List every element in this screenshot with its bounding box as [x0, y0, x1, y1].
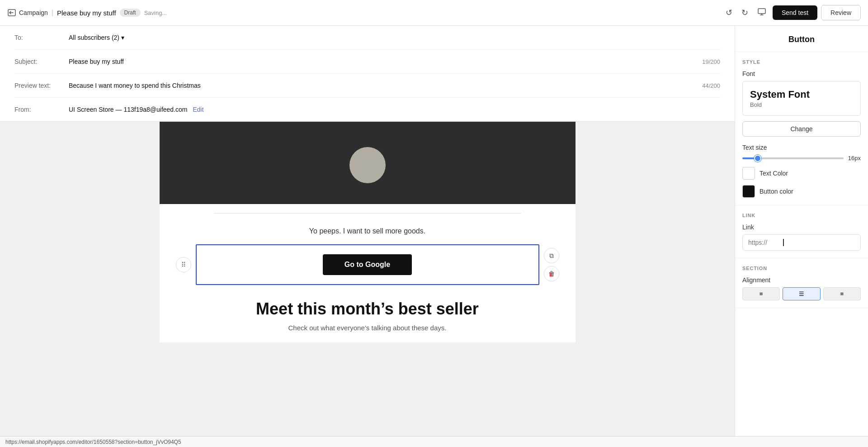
text-color-swatch[interactable]: [742, 167, 755, 180]
email-canvas: Yo peeps. I want to sell more goods. ⠿ G…: [160, 122, 576, 342]
from-row: From: UI Screen Store — 113f19a8@uifeed.…: [14, 98, 720, 121]
font-display-box: System Font Bold: [742, 81, 861, 116]
send-test-button[interactable]: Send test: [773, 5, 817, 20]
align-left-button[interactable]: ≡: [742, 287, 780, 300]
email-cta-button[interactable]: Go to Google: [323, 254, 412, 275]
text-color-label: Text Color: [760, 170, 788, 177]
link-label: Link: [742, 224, 861, 231]
style-section-label: STYLE: [742, 59, 861, 65]
to-dropdown[interactable]: All subscribers (2) ▾: [69, 34, 124, 41]
from-label: From:: [14, 106, 69, 113]
text-size-slider-row: 16px: [742, 155, 861, 162]
section-drag-handle[interactable]: ⠿: [176, 257, 191, 272]
chevron-down-icon: ▾: [121, 34, 124, 41]
duplicate-button[interactable]: ⧉: [544, 248, 559, 263]
email-subtext[interactable]: Check out what everyone’s talking about …: [160, 324, 576, 342]
from-value: UI Screen Store — 113f19a8@uifeed.com Ed…: [69, 106, 720, 113]
undo-button[interactable]: ↺: [723, 5, 735, 20]
topbar-left: Campaign | Please buy my stuff Draft Sav…: [7, 8, 717, 17]
subject-row: Subject: Please buy my stuff 19/200: [14, 50, 720, 74]
preview-char-count: 44/200: [702, 82, 720, 89]
preview-row: Preview text: Because I want money to sp…: [14, 74, 720, 98]
section-label: SECTION: [742, 266, 861, 271]
style-section: STYLE Font System Font Bold Change Text …: [735, 52, 868, 205]
email-header-section[interactable]: [160, 122, 576, 204]
saving-indicator: Saving...: [144, 10, 167, 16]
email-heading[interactable]: Meet this month’s best seller: [160, 289, 576, 324]
right-panel: Button STYLE Font System Font Bold Chang…: [735, 26, 868, 447]
font-style: Bold: [750, 101, 853, 108]
from-edit-link[interactable]: Edit: [193, 106, 203, 113]
review-button[interactable]: Review: [821, 5, 861, 20]
button-color-label: Button color: [760, 188, 793, 195]
link-section-label: LINK: [742, 213, 861, 218]
subject-label: Subject:: [14, 58, 69, 65]
email-body-text: Yo peeps. I want to sell more goods.: [309, 227, 425, 235]
link-input[interactable]: [742, 234, 861, 251]
section-settings: SECTION Alignment ≡ ☰ ≡: [735, 258, 868, 308]
trash-icon: 🗑: [548, 270, 555, 277]
svg-rect-1: [758, 9, 765, 14]
align-right-button[interactable]: ≡: [823, 287, 861, 300]
button-section-selected[interactable]: Go to Google: [196, 244, 539, 285]
preview-label: Preview text:: [14, 82, 69, 89]
email-canvas-wrapper: Yo peeps. I want to sell more goods. ⠿ G…: [0, 122, 735, 447]
drag-icon: ⠿: [181, 261, 186, 268]
align-center-button[interactable]: ☰: [783, 287, 820, 300]
status-bar: https://email.shopifyapps.com/editor/165…: [0, 436, 868, 447]
email-divider: [214, 213, 521, 214]
section-right-actions: ⧉ 🗑: [544, 248, 559, 281]
email-title: Please buy my stuff: [57, 9, 116, 17]
button-section-wrapper: ⠿ Go to Google ⧉: [160, 244, 576, 285]
email-meta-panel: To: All subscribers (2) ▾ Subject: Pleas…: [0, 26, 735, 122]
cursor-indicator: [783, 239, 784, 246]
link-section: LINK Link: [735, 205, 868, 258]
alignment-label: Alignment: [742, 276, 861, 284]
topbar-right: ↺ ↻ Send test Review: [723, 5, 861, 21]
email-body-text-section[interactable]: Yo peeps. I want to sell more goods.: [160, 223, 576, 244]
campaign-back-link[interactable]: Campaign: [7, 8, 48, 17]
button-color-row: Button color: [742, 185, 861, 198]
font-name: System Font: [750, 89, 853, 100]
status-url: https://email.shopifyapps.com/editor/165…: [5, 439, 181, 445]
to-label: To:: [14, 34, 69, 41]
button-color-swatch[interactable]: [742, 185, 755, 198]
email-logo: [342, 140, 393, 190]
redo-button[interactable]: ↻: [739, 5, 751, 20]
text-color-row: Text Color: [742, 167, 861, 180]
canvas-inner: Yo peeps. I want to sell more goods. ⠿ G…: [0, 122, 735, 342]
text-size-value: 16px: [848, 155, 861, 162]
text-size-label: Text size: [742, 144, 861, 151]
subject-value[interactable]: Please buy my stuff: [69, 58, 702, 65]
font-label: Font: [742, 70, 861, 77]
text-size-slider[interactable]: [742, 157, 844, 159]
duplicate-icon: ⧉: [549, 252, 554, 260]
desktop-preview-button[interactable]: [755, 5, 769, 21]
drag-icon-btn[interactable]: ⠿: [176, 257, 191, 272]
to-value[interactable]: All subscribers (2) ▾: [69, 34, 720, 41]
logo-circle: [349, 147, 386, 183]
panel-title: Button: [735, 26, 868, 52]
back-icon: [7, 8, 16, 17]
preview-value[interactable]: Because I want money to spend this Chris…: [69, 82, 702, 89]
main-layout: To: All subscribers (2) ▾ Subject: Pleas…: [0, 26, 868, 447]
campaign-label: Campaign: [19, 9, 48, 16]
desktop-icon: [757, 7, 766, 16]
subject-char-count: 19/200: [702, 58, 720, 65]
status-badge: Draft: [120, 9, 141, 17]
delete-button[interactable]: 🗑: [544, 266, 559, 281]
topbar: Campaign | Please buy my stuff Draft Sav…: [0, 0, 868, 26]
to-row: To: All subscribers (2) ▾: [14, 26, 720, 50]
change-font-button[interactable]: Change: [742, 121, 861, 137]
